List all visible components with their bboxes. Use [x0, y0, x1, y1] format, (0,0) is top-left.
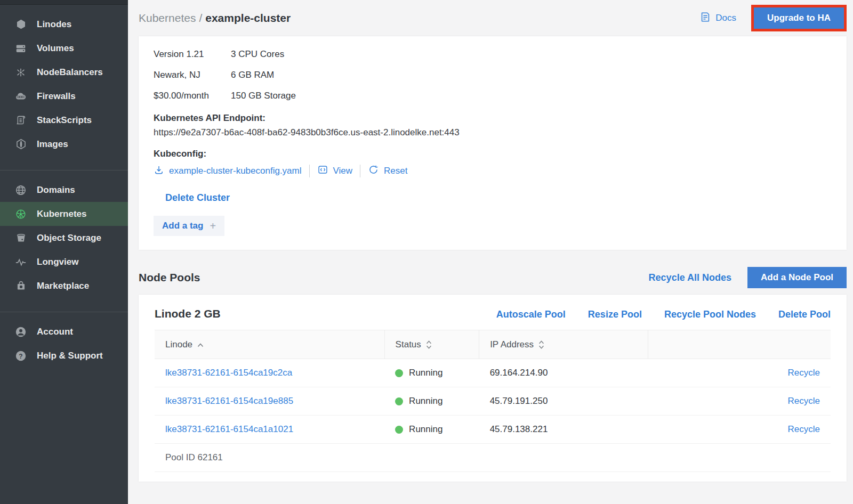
column-header-ip-address[interactable]: IP Address: [479, 330, 648, 359]
kubeconfig-download-link[interactable]: example-cluster-kubeconfig.yaml: [154, 165, 302, 178]
sidebar-item-object-storage[interactable]: Object Storage: [0, 226, 128, 250]
sidebar-item-marketplace[interactable]: Marketplace: [0, 274, 128, 298]
node-link[interactable]: lke38731-62161-6154ca1a1021: [165, 424, 293, 434]
delete-cluster-link[interactable]: Delete Cluster: [165, 192, 230, 204]
volumes-icon: [15, 43, 27, 54]
pulse-icon: [15, 256, 27, 268]
node-table: Linode Status: [155, 330, 831, 472]
sidebar-item-label: NodeBalancers: [37, 67, 103, 78]
cluster-cpu: 3 CPU Cores: [231, 49, 832, 60]
kubeconfig-reset-link[interactable]: Reset: [368, 164, 407, 178]
status-label: Running: [409, 396, 442, 407]
sidebar-item-label: Longview: [37, 257, 78, 267]
question-mark-icon: ?: [15, 350, 27, 362]
pool-id-row: Pool ID 62161: [155, 444, 831, 472]
node-ip: 69.164.214.90: [490, 368, 548, 378]
upgrade-to-ha-button[interactable]: Upgrade to HA: [754, 7, 844, 29]
add-node-pool-button[interactable]: Add a Node Pool: [747, 267, 847, 288]
download-icon: [154, 165, 164, 178]
nodebalancers-icon: [15, 67, 27, 78]
recycle-node-link[interactable]: Recycle: [788, 368, 820, 378]
sidebar-item-domains[interactable]: Domains: [0, 178, 128, 202]
cluster-price: $30.00/month: [154, 91, 231, 101]
breadcrumb-section-link[interactable]: Kubernetes: [139, 12, 196, 24]
view-label: View: [333, 166, 353, 176]
sidebar-item-label: Object Storage: [37, 233, 101, 243]
kubernetes-helm-icon: [15, 208, 27, 220]
breadcrumb-separator: /: [196, 12, 205, 24]
resize-pool-link[interactable]: Resize Pool: [588, 309, 642, 320]
column-header-linode[interactable]: Linode: [155, 330, 384, 359]
column-header-actions: [648, 330, 831, 359]
sidebar-item-label: Help & Support: [37, 351, 103, 361]
sidebar-item-account[interactable]: Account: [0, 320, 128, 344]
pool-actions: Autoscale Pool Resize Pool Recycle Pool …: [496, 309, 831, 320]
sidebar: Linodes Volumes NodeBalancers Firewalls …: [0, 0, 128, 504]
pool-title-row: Linode 2 GB Autoscale Pool Resize Pool R…: [155, 295, 831, 330]
svg-text:?: ?: [19, 352, 22, 360]
sidebar-item-label: Linodes: [37, 19, 71, 30]
table-row: lke38731-62161-6154ca19c2ca Running 69.1…: [155, 359, 831, 387]
status-running-dot: [395, 426, 403, 434]
sidebar-item-nodebalancers[interactable]: NodeBalancers: [0, 60, 128, 84]
table-row: lke38731-62161-6154ca19e885 Running 45.7…: [155, 387, 831, 416]
sidebar-item-help-support[interactable]: ? Help & Support: [0, 344, 128, 368]
sidebar-item-images[interactable]: Images: [0, 132, 128, 156]
column-label: IP Address: [490, 339, 534, 350]
delete-pool-link[interactable]: Delete Pool: [778, 309, 831, 320]
node-pools-header: Node Pools Recycle All Nodes Add a Node …: [139, 267, 847, 288]
sidebar-item-label: Account: [37, 327, 73, 337]
add-tag-label: Add a tag: [162, 221, 203, 231]
recycle-all-nodes-link[interactable]: Recycle All Nodes: [649, 272, 731, 283]
sort-both-icon: [538, 340, 544, 349]
pool-id: Pool ID 62161: [155, 444, 831, 472]
column-header-status[interactable]: Status: [384, 330, 479, 359]
recycle-pool-nodes-link[interactable]: Recycle Pool Nodes: [664, 309, 756, 320]
cluster-summary-card: Version 1.21 3 CPU Cores Newark, NJ 6 GB…: [139, 36, 847, 250]
sidebar-item-label: Volumes: [37, 43, 74, 54]
kubeconfig-view-link[interactable]: View: [317, 164, 353, 178]
node-table-header-row: Linode Status: [155, 330, 831, 359]
add-tag-button[interactable]: Add a tag +: [154, 216, 224, 236]
node-link[interactable]: lke38731-62161-6154ca19e885: [165, 396, 293, 406]
docs-link[interactable]: Docs: [699, 11, 736, 26]
account-avatar-icon: [15, 326, 27, 338]
sidebar-item-label: StackScripts: [37, 115, 92, 126]
api-endpoint-url: https://9e2a7307-b6ac-408f-ba62-9483b0b3…: [154, 127, 832, 138]
node-ip: 45.79.138.221: [490, 424, 548, 434]
api-endpoint-label: Kubernetes API Endpoint:: [154, 113, 832, 124]
recycle-node-link[interactable]: Recycle: [788, 424, 820, 434]
sidebar-item-stackscripts[interactable]: StackScripts: [0, 108, 128, 132]
firewalls-icon: [15, 91, 27, 102]
sidebar-item-kubernetes[interactable]: Kubernetes: [0, 202, 128, 226]
sidebar-item-longview[interactable]: Longview: [0, 250, 128, 274]
sidebar-group-services: Domains Kubernetes Object Storage Longvi…: [0, 170, 128, 312]
stackscripts-icon: [15, 115, 27, 126]
sort-both-icon: [426, 340, 432, 349]
kubeconfig-label: Kubeconfig:: [154, 149, 832, 159]
cluster-ram: 6 GB RAM: [231, 70, 832, 80]
images-icon: [15, 139, 27, 150]
api-endpoint-block: Kubernetes API Endpoint: https://9e2a730…: [154, 113, 832, 138]
sort-ascending-icon: [197, 339, 204, 350]
node-link[interactable]: lke38731-62161-6154ca19c2ca: [165, 368, 292, 378]
annotation-highlight-box: Upgrade to HA: [751, 5, 847, 31]
column-label: Linode: [165, 339, 192, 350]
sidebar-item-label: Kubernetes: [37, 209, 87, 220]
table-row: lke38731-62161-6154ca1a1021 Running 45.7…: [155, 416, 831, 444]
reset-label: Reset: [384, 166, 407, 176]
breadcrumb: Kubernetes/example-cluster: [139, 12, 699, 25]
sidebar-item-firewalls[interactable]: Firewalls: [0, 84, 128, 108]
cluster-detail-grid: Version 1.21 3 CPU Cores Newark, NJ 6 GB…: [154, 49, 832, 101]
bucket-icon: [15, 232, 27, 244]
cluster-version: Version 1.21: [154, 49, 231, 60]
pool-name: Linode 2 GB: [155, 307, 496, 320]
status-label: Running: [409, 424, 442, 435]
sidebar-item-linodes[interactable]: Linodes: [0, 12, 128, 36]
sidebar-top-strip: [0, 0, 128, 5]
autoscale-pool-link[interactable]: Autoscale Pool: [496, 309, 566, 320]
status-running-dot: [395, 397, 403, 405]
node-ip: 45.79.191.250: [490, 396, 548, 406]
sidebar-item-volumes[interactable]: Volumes: [0, 36, 128, 60]
recycle-node-link[interactable]: Recycle: [788, 396, 820, 406]
